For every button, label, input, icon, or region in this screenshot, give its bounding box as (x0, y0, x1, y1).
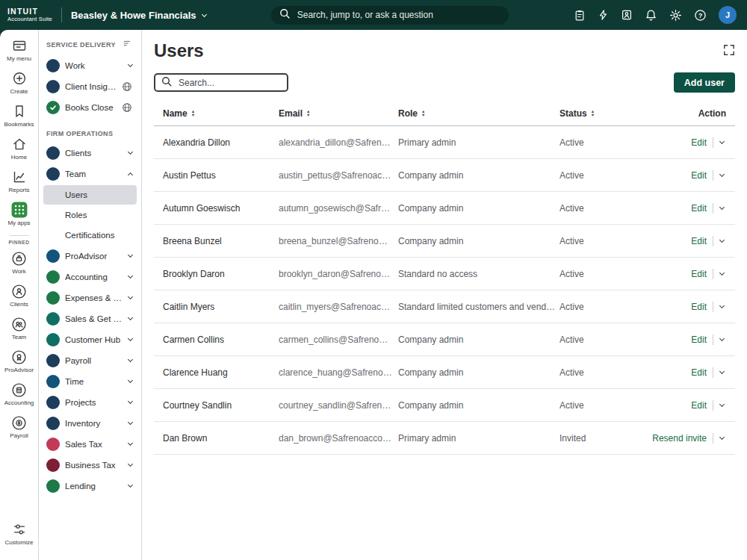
edit-link[interactable]: Edit (691, 203, 707, 214)
sidebar-item-inventory[interactable]: Inventory (43, 413, 137, 434)
collapse-sidebar-icon[interactable] (123, 39, 134, 50)
row-actions-dropdown[interactable] (719, 206, 725, 211)
secondary-sidebar: SERVICE DELIVERYWorkClient InsightsBooks… (39, 30, 142, 560)
edit-link[interactable]: Edit (691, 367, 707, 378)
column-header-status[interactable]: Status▲▼ (560, 108, 649, 119)
sidebar-item-business-tax[interactable]: Business Tax (43, 455, 137, 476)
users-search-input[interactable] (177, 77, 281, 89)
row-actions-dropdown[interactable] (719, 337, 725, 342)
sidebar-subitem-users[interactable]: Users (43, 185, 137, 205)
rail-item-label: Customize (5, 539, 34, 546)
sidebar-item-time[interactable]: Time (43, 371, 137, 392)
rail-item-customize[interactable]: Customize (1, 521, 38, 546)
company-name: Beasley & Howe Financials (71, 10, 196, 21)
rail-item-reports[interactable]: Reports (1, 169, 38, 193)
sidebar-subitem-roles[interactable]: Roles (43, 205, 137, 225)
sidebar-subitem-certifications[interactable]: Certifications (43, 225, 137, 245)
tasks-clipboard-icon[interactable] (574, 9, 586, 22)
notifications-bell-icon[interactable] (645, 9, 657, 22)
sidebar-item-payroll[interactable]: Payroll (43, 350, 137, 371)
sort-icon[interactable]: ▲▼ (191, 110, 195, 117)
section-header-service-delivery: SERVICE DELIVERY (43, 36, 137, 55)
row-actions-dropdown[interactable] (719, 239, 725, 243)
sidebar-item-clients[interactable]: Clients (43, 143, 137, 164)
users-search-box[interactable] (154, 73, 288, 92)
payroll-icon (46, 354, 60, 367)
global-search[interactable] (271, 6, 509, 25)
edit-link[interactable]: Edit (691, 400, 707, 411)
expand-fullscreen-icon[interactable] (723, 44, 735, 56)
sidebar-item-projects[interactable]: Projects (43, 392, 137, 413)
user-role: Standard limited customers and vendors (398, 302, 560, 312)
sort-icon[interactable]: ▲▼ (421, 110, 425, 117)
rail-pinned-clients[interactable]: Clients (1, 283, 38, 308)
sidebar-item-lending[interactable]: Lending (43, 476, 137, 497)
sidebar-item-books-close[interactable]: Books Close (43, 97, 137, 118)
contact-directory-icon[interactable] (621, 9, 633, 21)
rail-pinned-work[interactable]: Work (1, 250, 38, 275)
edit-link[interactable]: Edit (691, 302, 707, 312)
rail-pinned-proadvisor[interactable]: ProAdvisor (1, 349, 38, 373)
row-actions-dropdown[interactable] (719, 272, 725, 276)
edit-link[interactable]: Edit (691, 170, 707, 181)
edit-link[interactable]: Edit (691, 269, 707, 279)
edit-link[interactable]: Edit (691, 236, 707, 246)
user-role: Company admin (398, 367, 560, 378)
row-actions-dropdown[interactable] (719, 305, 725, 309)
rail-item-my-menu[interactable]: My menu (1, 37, 38, 62)
action-divider (713, 203, 713, 214)
sidebar-item-sales-get-paid[interactable]: Sales & Get Paid (43, 308, 137, 329)
user-status: Active (560, 400, 649, 411)
company-switcher[interactable]: Beasley & Howe Financials (71, 10, 206, 21)
payroll-circle-icon (11, 414, 27, 431)
rail-pinned-accounting[interactable]: Accounting (1, 382, 38, 406)
sort-icon[interactable]: ▲▼ (591, 110, 595, 117)
rail-item-my-apps[interactable]: My apps (1, 202, 38, 226)
app-window: INTUIT Accountant Suite Beasley & Howe F… (0, 0, 747, 560)
help-icon[interactable]: ? (694, 9, 707, 22)
column-header-email[interactable]: Email▲▼ (279, 108, 398, 119)
edit-link[interactable]: Edit (691, 137, 707, 148)
row-actions-dropdown[interactable] (719, 173, 725, 178)
user-status: Active (560, 367, 649, 378)
sidebar-item-expenses-bills[interactable]: Expenses & Bills (43, 287, 137, 308)
row-actions-dropdown[interactable] (719, 403, 725, 408)
user-avatar[interactable]: J (719, 6, 737, 24)
intuit-logo[interactable]: INTUIT Accountant Suite (7, 7, 52, 22)
add-user-button[interactable]: Add user (674, 72, 735, 93)
edit-link[interactable]: Edit (691, 335, 707, 345)
action-divider (713, 170, 713, 181)
sidebar-item-client-insights[interactable]: Client Insights (43, 76, 137, 97)
sidebar-item-sales-tax[interactable]: Sales Tax (43, 434, 137, 455)
sidebar-item-customer-hub[interactable]: Customer Hub (43, 329, 137, 350)
sidebar-item-work[interactable]: Work (43, 55, 137, 76)
quick-actions-bolt-icon[interactable] (598, 9, 609, 21)
action-divider (713, 433, 713, 444)
settings-gear-icon[interactable] (669, 9, 682, 22)
sidebar-item-team[interactable]: Team (43, 164, 137, 184)
rail-item-create[interactable]: Create (1, 70, 38, 95)
accounting-icon (46, 270, 60, 284)
row-actions-dropdown[interactable] (719, 436, 725, 441)
rail-pinned-team[interactable]: Team (1, 316, 38, 340)
sidebar-item-accounting[interactable]: Accounting (43, 267, 137, 287)
user-status: Active (560, 170, 649, 181)
sort-icon[interactable]: ▲▼ (306, 110, 310, 117)
rail-pinned-payroll[interactable]: Payroll (1, 414, 38, 439)
row-actions-dropdown[interactable] (719, 140, 725, 145)
my-menu-icon (12, 37, 27, 54)
rail-item-label: Bookmarks (4, 121, 34, 128)
user-role: Company admin (398, 335, 560, 345)
reports-icon (12, 169, 27, 185)
column-header-name[interactable]: Name▲▼ (163, 108, 279, 119)
rail-item-bookmarks[interactable]: Bookmarks (1, 103, 38, 128)
global-search-input[interactable] (296, 9, 500, 21)
sales-get-paid-icon (46, 312, 60, 326)
action-divider (713, 302, 713, 312)
resend-invite-link[interactable]: Resend invite (652, 433, 707, 444)
sidebar-item-proadvisor[interactable]: ProAdvisor (43, 246, 137, 267)
user-name: Austin Pettus (163, 170, 279, 181)
rail-item-home[interactable]: Home (1, 136, 38, 161)
row-actions-dropdown[interactable] (719, 370, 725, 375)
column-header-role[interactable]: Role▲▼ (398, 108, 560, 119)
